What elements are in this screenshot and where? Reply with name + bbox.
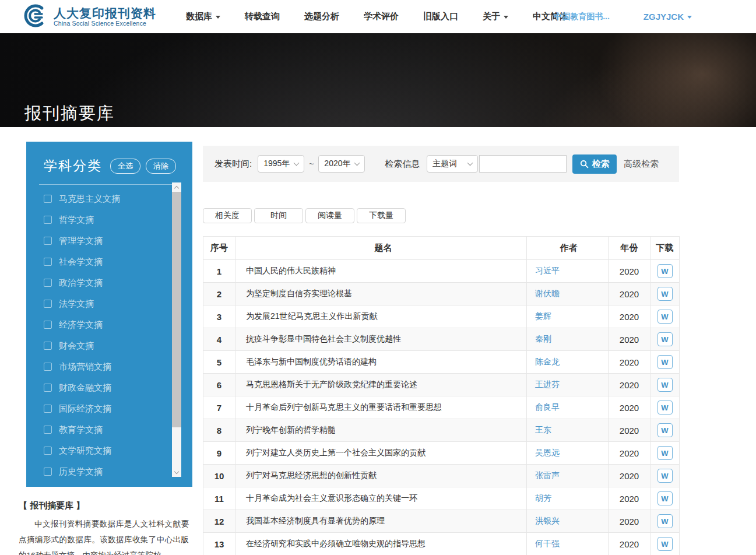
sort-downloads-button[interactable]: 下载量 [357,208,406,223]
author-link[interactable]: 俞良早 [535,402,560,413]
subject-category-item[interactable]: 哲学文摘 [44,209,168,230]
checkbox-icon[interactable] [44,258,52,266]
download-word-button[interactable]: W [657,287,673,301]
sort-relevance-button[interactable]: 相关度 [203,208,252,223]
checkbox-icon[interactable] [44,468,52,476]
scroll-up-icon[interactable] [172,182,181,192]
author-link[interactable]: 何干强 [535,539,560,549]
search-button[interactable]: 检索 [572,154,617,174]
article-title[interactable]: 为坚定制度自信夯实理论根基 [235,283,527,305]
publish-time-label: 发表时间: [215,159,252,170]
author-link[interactable]: 张雷声 [535,470,560,481]
subject-category-item[interactable]: 文学研究文摘 [44,440,168,461]
article-title[interactable]: 列宁对马克思经济思想的创新性贡献 [235,465,527,487]
subject-category-item[interactable]: 马克思主义文摘 [44,188,168,209]
article-title[interactable]: 毛泽东与新中国制度优势话语的建构 [235,351,527,373]
download-cell: W [650,396,679,419]
download-word-button[interactable]: W [657,310,673,324]
search-input[interactable] [479,155,567,173]
subject-category-item[interactable]: 财会文摘 [44,335,168,356]
author-link[interactable]: 秦刚 [535,334,551,345]
nav-item-reprint-query[interactable]: 转载查询 [245,11,280,22]
nav-item-databases[interactable]: 数据库 [186,11,220,22]
scroll-down-icon[interactable] [172,468,181,477]
subject-category-item[interactable]: 法学文摘 [44,293,168,314]
subject-category-item[interactable]: 经济学文摘 [44,314,168,335]
year-from-select[interactable]: 1995年 [258,155,304,173]
download-word-button[interactable]: W [657,469,673,483]
article-title[interactable]: 马克思恩格斯关于无产阶级政党纪律的重要论述 [235,374,527,396]
author-link[interactable]: 姜辉 [535,311,551,322]
article-title[interactable]: 我国基本经济制度具有显著优势的原理 [235,510,527,532]
article-title[interactable]: 十月革命成为社会主义意识形态确立的关键一环 [235,487,527,510]
article-title[interactable]: 抗疫斗争彰显中国特色社会主义制度优越性 [235,328,527,350]
checkbox-icon[interactable] [44,384,52,392]
subject-category-item[interactable]: 历史学文摘 [44,461,168,482]
nav-item-topic-analysis[interactable]: 选题分析 [304,11,339,22]
download-word-button[interactable]: W [657,264,673,278]
advanced-search-link[interactable]: 高级检索 [624,159,659,170]
subject-category-item[interactable]: 财政金融文摘 [44,377,168,398]
author-link[interactable]: 习近平 [535,266,560,276]
year-to-select[interactable]: 2020年 [318,155,365,173]
download-word-button[interactable]: W [657,491,673,505]
checkbox-icon[interactable] [44,363,52,371]
nav-item-academic-evaluation[interactable]: 学术评价 [364,11,399,22]
article-title[interactable]: 列宁对建立人类历史上第一个社会主义国家的贡献 [235,442,527,464]
article-title[interactable]: 在经济研究和实践中必须确立唯物史观的指导思想 [235,533,527,555]
article-title[interactable]: 十月革命后列宁创新马克思主义的重要话语和重要思想 [235,396,527,419]
download-word-button[interactable]: W [657,423,673,437]
checkbox-icon[interactable] [44,447,52,455]
subject-category-item[interactable]: 国际经济文摘 [44,398,168,419]
author-link[interactable]: 王进芬 [535,380,560,390]
download-word-button[interactable]: W [657,355,673,369]
subject-category-item[interactable]: 市场营销文摘 [44,356,168,377]
article-title[interactable]: 为发展21世纪马克思主义作出新贡献 [235,305,527,328]
author-link[interactable]: 谢伏瞻 [535,289,560,299]
year-value: 2020 [609,260,650,282]
clear-button[interactable]: 清除 [146,159,176,174]
sort-reads-button[interactable]: 阅读量 [305,208,354,223]
subject-category-item[interactable]: 政治学文摘 [44,272,168,293]
site-logo[interactable]: 人大复印报刊资料 China Social Science Excellence [21,4,156,30]
select-all-button[interactable]: 全选 [110,159,140,174]
article-title[interactable]: 列宁晚年创新的哲学精髓 [235,419,527,441]
article-title[interactable]: 中国人民的伟大民族精神 [235,260,527,282]
year-value: 2020 [609,351,650,373]
author-link[interactable]: 陈金龙 [535,357,560,367]
download-word-button[interactable]: W [657,378,673,392]
checkbox-icon[interactable] [44,216,52,224]
nav-item-old-version[interactable]: 旧版入口 [423,11,458,22]
account-menu[interactable]: ZGJYJCK [644,12,692,22]
range-tilde: ~ [309,159,314,168]
author-link[interactable]: 王东 [535,425,551,435]
sort-time-button[interactable]: 时间 [254,208,303,223]
search-field-select[interactable]: 主题词 [427,155,478,173]
sidebar-scrollbar[interactable] [172,182,181,477]
institution-link[interactable]: 中国教育图书... [554,12,610,22]
checkbox-icon[interactable] [44,195,52,203]
author-link[interactable]: 胡芳 [535,493,551,504]
checkbox-icon[interactable] [44,405,52,413]
scrollbar-thumb[interactable] [172,192,181,427]
subject-category-item[interactable]: 教育学文摘 [44,419,168,440]
checkbox-icon[interactable] [44,237,52,245]
nav-item-about[interactable]: 关于 [483,11,508,22]
download-word-button[interactable]: W [657,332,673,346]
author-link[interactable]: 吴恩远 [535,448,560,458]
nav-item-label: 转载查询 [245,11,280,22]
checkbox-icon[interactable] [44,342,52,350]
nav-item-label: 数据库 [186,11,212,22]
checkbox-icon[interactable] [44,300,52,308]
subject-category-item[interactable]: 管理学文摘 [44,230,168,251]
download-word-button[interactable]: W [657,446,673,460]
year-from-value: 1995年 [263,159,290,169]
download-word-button[interactable]: W [657,537,673,551]
subject-category-item[interactable]: 社会学文摘 [44,251,168,272]
checkbox-icon[interactable] [44,279,52,287]
checkbox-icon[interactable] [44,426,52,434]
author-link[interactable]: 洪银兴 [535,516,560,526]
download-word-button[interactable]: W [657,514,673,528]
download-word-button[interactable]: W [657,401,673,415]
checkbox-icon[interactable] [44,321,52,329]
